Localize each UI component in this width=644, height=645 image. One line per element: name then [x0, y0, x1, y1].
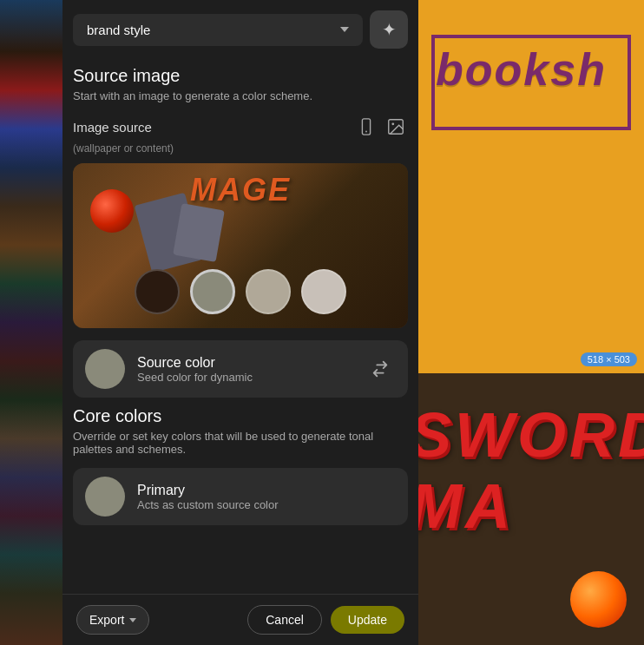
right-side: booksh 518 × 503 SWORD MA — [418, 0, 644, 645]
image-preview-bg: MAGE — [73, 163, 408, 328]
image-source-icons — [354, 115, 408, 139]
update-button[interactable]: Update — [331, 606, 404, 634]
image-preview[interactable]: MAGE — [73, 163, 408, 328]
book-cover-top: booksh 518 × 503 — [418, 0, 644, 373]
primary-color-text: Primary Acts as custom source color — [137, 483, 396, 511]
preview-shape-2 — [173, 203, 225, 262]
export-button[interactable]: Export — [76, 605, 149, 635]
swatch-light[interactable] — [246, 269, 291, 314]
brand-style-label: brand style — [87, 23, 150, 37]
magic-wand-icon: ✦ — [382, 19, 397, 40]
panel-content: Source image Start with an image to gene… — [62, 59, 418, 594]
chevron-down-icon — [340, 27, 349, 32]
preview-book-text: MAGE — [190, 172, 291, 208]
core-colors-title: Core colors — [73, 406, 408, 426]
book-title-top: booksh — [436, 43, 607, 95]
source-image-section: Source image Start with an image to gene… — [73, 66, 408, 328]
source-color-name: Source color — [137, 355, 365, 371]
source-color-text: Source color Seed color for dynamic — [137, 355, 365, 384]
core-colors-desc: Override or set key colors that will be … — [73, 430, 408, 456]
mobile-icon[interactable] — [354, 115, 378, 139]
bookshelf-strip — [0, 0, 62, 645]
wallpaper-hint: (wallpaper or content) — [73, 142, 408, 155]
primary-color-item: Primary Acts as custom source color — [73, 468, 408, 525]
source-color-dot[interactable] — [85, 349, 125, 389]
cancel-button[interactable]: Cancel — [247, 605, 322, 635]
brand-style-dropdown[interactable]: brand style — [73, 14, 363, 46]
primary-color-dot[interactable] — [85, 477, 125, 517]
primary-color-name: Primary — [137, 483, 396, 498]
book-cover-bottom: SWORD MA — [418, 373, 644, 645]
bottom-bar: Export Cancel Update — [62, 594, 418, 645]
primary-color-desc: Acts as custom source color — [137, 498, 396, 511]
sword-book-title: SWORD MA — [418, 399, 644, 542]
preview-sphere — [90, 189, 134, 233]
source-color-desc: Seed color for dynamic — [137, 371, 365, 384]
source-image-desc: Start with an image to generate a color … — [73, 89, 408, 102]
swatch-dark[interactable] — [135, 269, 180, 314]
image-source-row: Image source — [73, 115, 408, 139]
swatch-lighter[interactable] — [301, 269, 346, 314]
svg-rect-0 — [362, 119, 370, 135]
bottom-sphere — [570, 571, 627, 628]
source-image-title: Source image — [73, 66, 408, 86]
image-icon[interactable] — [384, 115, 408, 139]
main-panel: brand style ✦ Source image Start with an… — [62, 0, 418, 645]
color-swatches-row — [135, 269, 346, 314]
swatch-medium[interactable] — [190, 269, 235, 314]
export-label: Export — [89, 613, 124, 627]
svg-point-1 — [365, 131, 367, 133]
core-colors-section: Core colors Override or set key colors t… — [73, 406, 408, 525]
source-color-item: Source color Seed color for dynamic — [73, 340, 408, 398]
export-chevron-icon — [129, 618, 136, 622]
shuffle-icon[interactable] — [365, 353, 396, 385]
image-source-label: Image source — [73, 120, 152, 135]
dimension-badge: 518 × 503 — [581, 352, 637, 366]
magic-button[interactable]: ✦ — [370, 10, 408, 49]
top-bar: brand style ✦ — [62, 0, 418, 59]
svg-point-3 — [391, 122, 394, 125]
